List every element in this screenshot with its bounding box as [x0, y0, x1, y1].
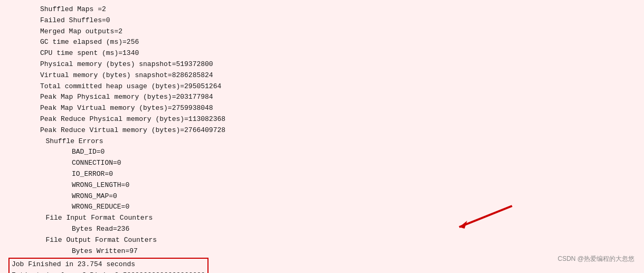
line-job-finished: Job Finished in 23.754 seconds: [12, 259, 205, 270]
watermark: CSDN @热爱编程的大忽悠: [557, 255, 634, 263]
line-merged-map: Merged Map outputs=2: [8, 26, 636, 37]
line-shuffled-maps: Shuffled Maps =2: [8, 4, 636, 15]
line-virt-mem: Virtual memory (bytes) snapshot=82862858…: [8, 70, 636, 81]
line-peak-red-phys: Peak Reduce Physical memory (bytes)=1130…: [8, 114, 636, 125]
svg-line-0: [459, 206, 512, 227]
line-cpu-time: CPU time spent (ms)=1340: [8, 48, 636, 59]
line-bad-id: BAD_ID=0: [8, 147, 636, 158]
line-file-output-header: File Output Format Counters: [8, 235, 636, 246]
line-wrong-reduce: WRONG_REDUCE=0: [8, 202, 636, 213]
line-gc-time: GC time elapsed (ms)=256: [8, 37, 636, 48]
line-failed-shuffles: Failed Shuffles=0: [8, 15, 636, 26]
line-estimated-pi: Estimated value of Pi is 3.5000000000000…: [12, 270, 205, 273]
line-heap: Total committed heap usage (bytes)=29505…: [8, 81, 636, 92]
red-arrow: [428, 195, 523, 238]
line-bytes-read: Bytes Read=236: [8, 224, 636, 235]
line-peak-red-virt: Peak Reduce Virtual memory (bytes)=27664…: [8, 125, 636, 136]
terminal-output: Shuffled Maps =2 Failed Shuffles=0 Merge…: [0, 0, 644, 273]
line-connection: CONNECTION=0: [8, 158, 636, 169]
line-shuffle-errors-header: Shuffle Errors: [8, 136, 636, 147]
line-io-error: IO_ERROR=0: [8, 169, 636, 180]
line-wrong-map: WRONG_MAP=0: [8, 191, 636, 202]
line-wrong-length: WRONG_LENGTH=0: [8, 180, 636, 191]
line-phys-mem: Physical memory (bytes) snapshot=5193728…: [8, 59, 636, 70]
line-bytes-written: Bytes Written=97: [8, 246, 636, 257]
line-peak-map-phys: Peak Map Physical memory (bytes)=2031779…: [8, 92, 636, 103]
line-peak-map-virt: Peak Map Virtual memory (bytes)=27599380…: [8, 103, 636, 114]
highlighted-result-box: Job Finished in 23.754 seconds Estimated…: [8, 258, 209, 273]
line-file-input-header: File Input Format Counters: [8, 213, 636, 224]
